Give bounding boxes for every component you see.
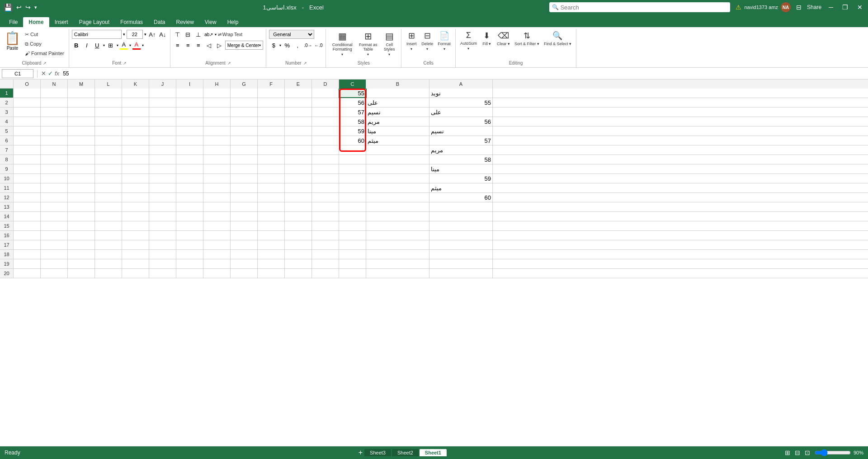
cell-B12[interactable]: [366, 193, 429, 202]
cell-E15[interactable]: [285, 221, 312, 230]
cell-I2[interactable]: [176, 98, 203, 107]
cell-J14[interactable]: [149, 212, 176, 221]
tab-page-layout[interactable]: Page Layout: [74, 17, 115, 27]
cell-M2[interactable]: [68, 98, 95, 107]
row-number-7[interactable]: 7: [0, 145, 14, 155]
cell-M19[interactable]: [68, 259, 95, 268]
cell-O5[interactable]: [14, 126, 41, 136]
cell-M7[interactable]: [68, 145, 95, 155]
cell-O4[interactable]: [14, 117, 41, 126]
cell-K19[interactable]: [122, 259, 149, 268]
cell-O1[interactable]: [14, 89, 41, 98]
cell-J15[interactable]: [149, 221, 176, 230]
col-header-E[interactable]: E: [285, 80, 312, 89]
cell-M9[interactable]: [68, 164, 95, 173]
cell-L15[interactable]: [95, 221, 122, 230]
cell-D15[interactable]: [312, 221, 339, 230]
cell-J16[interactable]: [149, 231, 176, 240]
share-button[interactable]: Share: [807, 4, 821, 10]
col-header-J[interactable]: J: [149, 80, 176, 89]
cell-L6[interactable]: [95, 136, 122, 145]
cell-B18[interactable]: [366, 250, 429, 259]
cell-H10[interactable]: [203, 174, 231, 183]
cell-L10[interactable]: [95, 174, 122, 183]
orientation-dd[interactable]: ▾: [215, 33, 217, 37]
row-number-1[interactable]: 1: [0, 89, 14, 98]
cell-I10[interactable]: [176, 174, 203, 183]
format-painter-button[interactable]: 🖌 Format Painter: [23, 49, 66, 58]
cell-J18[interactable]: [149, 250, 176, 259]
row-number-4[interactable]: 4: [0, 117, 14, 126]
cell-B20[interactable]: [366, 269, 429, 278]
number-expand-icon[interactable]: ↗: [303, 61, 307, 66]
cell-A8[interactable]: 58: [429, 155, 493, 164]
cell-G10[interactable]: [231, 174, 258, 183]
cell-K9[interactable]: [122, 164, 149, 173]
cell-F18[interactable]: [258, 250, 285, 259]
col-header-C[interactable]: C: [339, 80, 366, 89]
cell-G8[interactable]: [231, 155, 258, 164]
cell-L2[interactable]: [95, 98, 122, 107]
tab-data[interactable]: Data: [148, 17, 170, 27]
cell-D5[interactable]: [312, 126, 339, 136]
cell-J1[interactable]: [149, 89, 176, 98]
number-format-select[interactable]: General Number Currency Percentage: [269, 30, 314, 39]
cell-J11[interactable]: [149, 183, 176, 192]
cell-G6[interactable]: [231, 136, 258, 145]
cell-E17[interactable]: [285, 240, 312, 249]
bold-button[interactable]: B: [72, 41, 81, 50]
increase-font-button[interactable]: A↑: [148, 30, 157, 39]
cell-I12[interactable]: [176, 193, 203, 202]
row-number-16[interactable]: 16: [0, 231, 14, 240]
cell-O12[interactable]: [14, 193, 41, 202]
cell-L14[interactable]: [95, 212, 122, 221]
format-cells-button[interactable]: 📄 Format ▾: [436, 30, 453, 52]
cell-H19[interactable]: [203, 259, 231, 268]
underline-dd[interactable]: ▾: [103, 43, 105, 47]
cell-L12[interactable]: [95, 193, 122, 202]
cell-K18[interactable]: [122, 250, 149, 259]
cell-M1[interactable]: [68, 89, 95, 98]
cell-A13[interactable]: [429, 202, 493, 211]
cell-F17[interactable]: [258, 240, 285, 249]
cell-H5[interactable]: [203, 126, 231, 136]
cell-F20[interactable]: [258, 269, 285, 278]
cell-H2[interactable]: [203, 98, 231, 107]
cell-H20[interactable]: [203, 269, 231, 278]
cell-D2[interactable]: [312, 98, 339, 107]
cell-O15[interactable]: [14, 221, 41, 230]
cancel-formula-icon[interactable]: ✕: [41, 70, 46, 77]
cell-I19[interactable]: [176, 259, 203, 268]
cell-E4[interactable]: [285, 117, 312, 126]
cell-C18[interactable]: [339, 250, 366, 259]
cell-D16[interactable]: [312, 231, 339, 240]
row-number-11[interactable]: 11: [0, 183, 14, 192]
zoom-slider[interactable]: [815, 449, 851, 456]
paste-button[interactable]: 📋 Paste: [3, 30, 22, 52]
cell-B11[interactable]: [366, 183, 429, 192]
sheet-tab-sheet2[interactable]: Sheet2: [392, 449, 419, 456]
cell-E9[interactable]: [285, 164, 312, 173]
col-header-I[interactable]: I: [176, 80, 203, 89]
currency-dd[interactable]: ▾: [279, 43, 281, 47]
row-number-5[interactable]: 5: [0, 126, 14, 136]
cell-I7[interactable]: [176, 145, 203, 155]
insert-dd[interactable]: ▾: [410, 47, 412, 51]
top-align-button[interactable]: ⊤: [173, 30, 182, 39]
cell-F7[interactable]: [258, 145, 285, 155]
cell-N10[interactable]: [41, 174, 68, 183]
cell-N14[interactable]: [41, 212, 68, 221]
formula-input[interactable]: [61, 69, 866, 78]
cell-N15[interactable]: [41, 221, 68, 230]
font-size-input[interactable]: [127, 30, 143, 39]
cell-H11[interactable]: [203, 183, 231, 192]
cell-K8[interactable]: [122, 155, 149, 164]
cell-E12[interactable]: [285, 193, 312, 202]
cell-J9[interactable]: [149, 164, 176, 173]
cell-M5[interactable]: [68, 126, 95, 136]
tab-insert[interactable]: Insert: [49, 17, 74, 27]
cell-N11[interactable]: [41, 183, 68, 192]
cell-A20[interactable]: [429, 269, 493, 278]
cell-G3[interactable]: [231, 108, 258, 117]
col-header-A[interactable]: A: [429, 80, 493, 89]
